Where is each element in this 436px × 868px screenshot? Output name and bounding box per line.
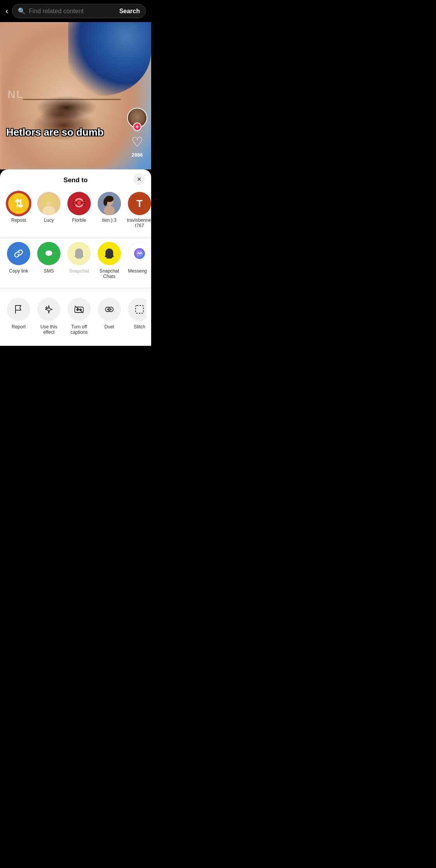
svg-point-10: [77, 201, 81, 205]
contact-avatar-florble: [67, 192, 91, 215]
florble-avatar-svg: [67, 192, 91, 215]
contact-avatar-travis: T: [128, 192, 151, 215]
right-actions: + ♡ 2886: [127, 108, 147, 158]
video-caption: Hetlors are so dumb: [0, 126, 128, 138]
action-label-captions: Turn off captions: [66, 324, 92, 335]
action-turn-off-captions[interactable]: Turn off captions: [65, 298, 93, 335]
svg-point-21: [103, 198, 107, 206]
action-label-stitch: Stitch: [134, 324, 145, 330]
action-report[interactable]: Report: [5, 298, 33, 335]
svg-point-5: [42, 197, 47, 207]
sparkle-svg: [43, 304, 54, 315]
contacts-row: ⇅ Repost Lucy: [0, 189, 151, 235]
search-input[interactable]: [29, 8, 116, 15]
share-section: Copy link SMS: [0, 240, 151, 286]
top-bar: ‹ 🔍 Search: [0, 0, 151, 22]
follow-button[interactable]: +: [133, 123, 141, 131]
contact-name-repost: Repost: [11, 217, 26, 223]
stitch-svg: [134, 304, 145, 315]
watermark: NL: [8, 88, 24, 101]
share-label-messenger: Messenger: [128, 268, 146, 274]
flag-svg: [13, 304, 24, 315]
svg-point-28: [45, 250, 52, 256]
send-to-sheet: Send to × ⇅ Repost: [0, 169, 151, 346]
captions-svg: [74, 304, 84, 315]
ghost-svg: [72, 247, 86, 260]
actions-section: Report Use this effect: [0, 291, 151, 338]
contact-lucy[interactable]: Lucy: [35, 192, 63, 229]
contact-travis[interactable]: T travisbennett767: [126, 192, 151, 229]
sms-svg: [43, 248, 55, 259]
search-icon: 🔍: [18, 7, 26, 15]
contact-name-florble: Florble: [72, 217, 86, 223]
creator-avatar-wrap[interactable]: +: [127, 108, 147, 128]
share-label-snapchat: Snapchat: [69, 268, 89, 274]
share-label-copy-link: Copy link: [9, 268, 28, 274]
action-use-effect[interactable]: Use this effect: [35, 298, 63, 335]
use-effect-icon: [37, 298, 60, 321]
tien-avatar-svg: [98, 192, 121, 215]
search-button[interactable]: Search: [119, 8, 140, 15]
sheet-title: Send to: [64, 176, 88, 184]
action-duet[interactable]: Duet: [95, 298, 123, 335]
copy-link-icon: [7, 242, 30, 265]
back-button[interactable]: ‹: [5, 6, 8, 16]
divider-2: [0, 287, 151, 290]
glasses: [23, 99, 121, 100]
actions-row: Report Use this effect: [5, 293, 146, 335]
svg-point-42: [110, 309, 112, 310]
search-bar[interactable]: 🔍 Search: [12, 4, 146, 18]
share-copy-link[interactable]: Copy link: [5, 242, 33, 280]
close-button[interactable]: ×: [133, 173, 145, 185]
snapchat-chats-icon: [98, 242, 121, 265]
captions-icon: [67, 298, 91, 321]
messenger-svg: [133, 247, 146, 260]
contact-florble[interactable]: Florble: [65, 192, 93, 229]
svg-rect-43: [136, 305, 143, 313]
svg-point-6: [51, 197, 56, 207]
stitch-icon: [128, 298, 146, 321]
share-messenger[interactable]: Messenger: [126, 242, 146, 280]
duet-icon: [98, 298, 121, 321]
share-row: Copy link SMS: [5, 242, 146, 280]
sheet-header: Send to ×: [0, 169, 151, 189]
svg-point-19: [104, 206, 115, 215]
share-label-snapchat-chats: Snapchat Chats: [96, 268, 122, 280]
contact-name-lucy: Lucy: [44, 217, 53, 223]
contact-avatar-lucy: [37, 192, 60, 215]
messenger-icon: [128, 242, 146, 265]
divider-1: [0, 236, 151, 239]
share-snapchat[interactable]: Snapchat: [65, 242, 93, 280]
share-label-sms: SMS: [44, 268, 54, 274]
contact-tien[interactable]: tien:):3: [95, 192, 123, 229]
ghost-chats-svg: [103, 247, 116, 260]
contact-avatar-tien: [98, 192, 121, 215]
like-count: 2886: [132, 152, 143, 158]
link-svg: [13, 248, 24, 259]
repost-arrows-icon: ⇅: [14, 197, 23, 210]
action-stitch[interactable]: Stitch: [126, 298, 146, 335]
like-button[interactable]: ♡: [131, 134, 143, 150]
report-icon: [7, 298, 30, 321]
video-background: NL Hetlors are so dumb + ♡ 2886: [0, 22, 151, 169]
action-label-report: Report: [12, 324, 26, 330]
svg-point-41: [107, 309, 109, 310]
share-sms[interactable]: SMS: [35, 242, 63, 280]
snapchat-icon: [67, 242, 91, 265]
action-label-use-effect: Use this effect: [36, 324, 62, 335]
action-label-duet: Duet: [104, 324, 114, 330]
sms-icon: [37, 242, 60, 265]
share-snapchat-chats[interactable]: Snapchat Chats: [95, 242, 123, 280]
lucy-avatar-svg: [37, 192, 60, 215]
contact-name-tien: tien:):3: [102, 217, 117, 223]
contact-name-travis: travisbennett767: [126, 217, 151, 229]
contact-repost[interactable]: ⇅ Repost: [5, 192, 33, 229]
duet-svg: [104, 304, 115, 315]
video-area: NL Hetlors are so dumb + ♡ 2886: [0, 22, 151, 169]
